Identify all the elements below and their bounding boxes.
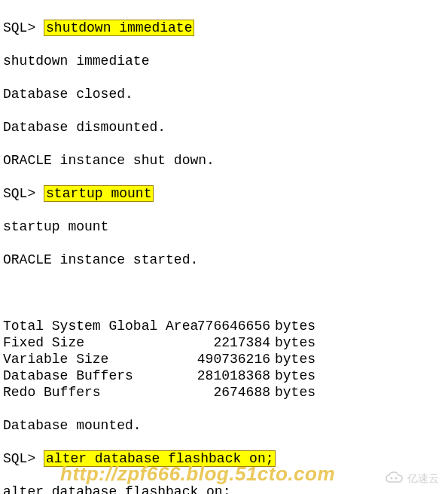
sql-prompt: SQL> xyxy=(3,186,35,201)
msg-db-closed: Database closed. xyxy=(3,86,445,102)
cmd-flashback: alter database flashback on; xyxy=(44,450,276,467)
echo-shutdown: shutdown immediate xyxy=(3,53,445,69)
echo-flashback: alter database flashback on; xyxy=(3,483,445,494)
sql-prompt: SQL> xyxy=(3,451,35,466)
msg-db-mounted: Database mounted. xyxy=(3,417,445,434)
cmd-startup: startup mount xyxy=(44,185,154,202)
msg-db-dismounted: Database dismounted. xyxy=(3,119,445,136)
metric-label: Fixed Size xyxy=(3,334,176,351)
metric-label: Database Buffers xyxy=(3,367,176,384)
metric-value: 2674688 xyxy=(176,384,270,401)
metric-row: Variable Size490736216bytes xyxy=(3,351,445,367)
metric-label: Redo Buffers xyxy=(3,384,176,401)
metric-value: 776646656 xyxy=(176,318,270,334)
metric-row: Fixed Size2217384bytes xyxy=(3,334,445,351)
metric-unit: bytes xyxy=(270,334,315,351)
metric-value: 281018368 xyxy=(176,367,270,384)
metric-unit: bytes xyxy=(270,351,315,367)
terminal-output: SQL> shutdown immediate shutdown immedia… xyxy=(0,0,448,494)
metric-row: Total System Global Area776646656bytes xyxy=(3,318,445,334)
metric-unit: bytes xyxy=(270,367,315,384)
echo-startup: startup mount xyxy=(3,218,445,235)
msg-instance-started: ORACLE instance started. xyxy=(3,252,445,268)
metric-value: 490736216 xyxy=(176,351,270,367)
metric-label: Variable Size xyxy=(3,351,176,367)
cmd-shutdown: shutdown immediate xyxy=(44,20,194,36)
msg-instance-down: ORACLE instance shut down. xyxy=(3,152,445,169)
metric-value: 2217384 xyxy=(176,334,270,351)
metric-unit: bytes xyxy=(270,384,315,401)
memory-metrics: Total System Global Area776646656bytesFi… xyxy=(3,318,445,401)
metric-unit: bytes xyxy=(270,318,315,334)
metric-row: Redo Buffers2674688bytes xyxy=(3,384,445,401)
metric-label: Total System Global Area xyxy=(3,318,176,334)
metric-row: Database Buffers281018368bytes xyxy=(3,367,445,384)
sql-prompt: SQL> xyxy=(3,20,35,35)
